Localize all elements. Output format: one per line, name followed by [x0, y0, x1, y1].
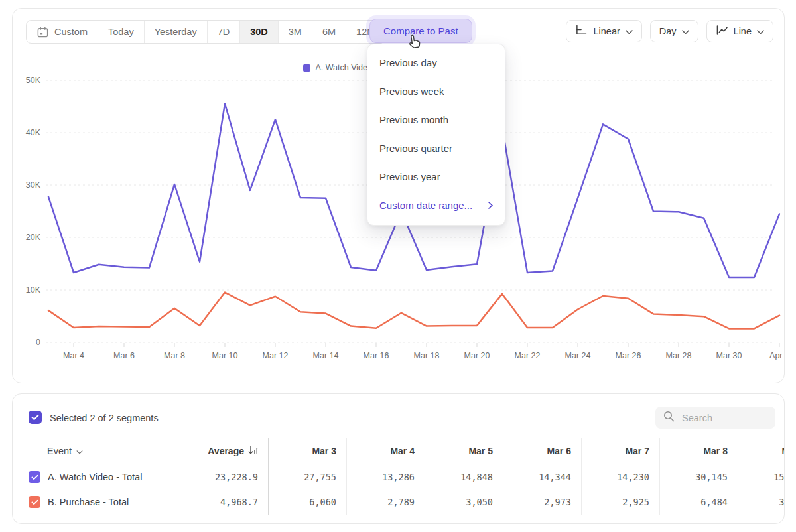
event-column-header[interactable]: Event: [13, 438, 192, 464]
select-all-segments-checkbox[interactable]: [29, 411, 42, 424]
line-chart-icon: [716, 25, 728, 38]
svg-text:Apr 1: Apr 1: [769, 351, 785, 360]
chart-type-label: Line: [734, 26, 752, 36]
date-preset-yesterday[interactable]: Yesterday: [144, 21, 207, 43]
svg-text:Mar 28: Mar 28: [666, 351, 692, 360]
day-value: 3,162: [779, 497, 785, 507]
day-value: 6,484: [700, 497, 728, 507]
svg-text:Mar 30: Mar 30: [716, 351, 742, 360]
segment-checkbox[interactable]: [29, 471, 40, 483]
table-row[interactable]: A. Watch Video - Total23,228.927,75513,2…: [13, 464, 785, 490]
compare-to-past-menu: Previous dayPrevious weekPrevious monthP…: [367, 44, 505, 226]
day-value: 15,359: [773, 472, 785, 482]
day-value: 2,973: [544, 497, 571, 507]
segment-label: A. Watch Video - Total: [48, 472, 142, 482]
segment-checkbox[interactable]: [29, 496, 40, 508]
day-column-header[interactable]: Mar 8: [659, 438, 738, 464]
day-value: 14,344: [539, 472, 571, 482]
scale-select-button[interactable]: Linear: [566, 20, 641, 42]
menu-item-previous-month[interactable]: Previous month: [367, 105, 505, 134]
search-icon: [663, 411, 675, 425]
table-header-row: Event Average Mar 3Mar 4Mar 5Mar 6Mar 7M…: [13, 438, 785, 464]
day-value: 3,050: [466, 497, 493, 507]
day-value: 14,230: [617, 472, 649, 482]
menu-item-previous-year[interactable]: Previous year: [367, 163, 505, 191]
table-row[interactable]: B. Purchase - Total4,968.76,0602,7893,05…: [13, 490, 785, 515]
average-value: 4,968.7: [220, 497, 258, 507]
menu-item-previous-week[interactable]: Previous week: [367, 77, 505, 105]
chart-display-controls: Linear Day Line: [566, 20, 773, 42]
calendar-icon: [36, 26, 49, 38]
svg-text:Mar 6: Mar 6: [113, 351, 135, 360]
date-preset-label: 6M: [322, 27, 336, 37]
date-preset-label: 3M: [289, 27, 302, 37]
date-preset-label: Today: [108, 27, 134, 37]
date-preset-label: Custom: [54, 27, 88, 37]
svg-text:50K: 50K: [26, 76, 41, 85]
date-preset-label: 7D: [218, 27, 230, 37]
menu-item-custom-date-range[interactable]: Custom date range...: [367, 191, 505, 220]
svg-text:Mar 12: Mar 12: [263, 351, 289, 360]
svg-text:Mar 24: Mar 24: [565, 351, 591, 360]
day-value: 2,925: [622, 497, 649, 507]
day-value: 2,789: [387, 497, 415, 507]
average-header-label: Average: [208, 446, 244, 456]
svg-text:Mar 4: Mar 4: [63, 351, 84, 360]
average-value: 23,228.9: [215, 472, 258, 482]
svg-text:Mar 8: Mar 8: [164, 351, 185, 360]
svg-text:Mar 22: Mar 22: [515, 351, 541, 360]
svg-text:Mar 10: Mar 10: [212, 351, 238, 360]
chart-type-select-button[interactable]: Line: [706, 20, 773, 42]
mouse-pointer-cursor: [405, 32, 425, 54]
day-column-header[interactable]: Mar 3: [268, 438, 346, 464]
svg-text:0: 0: [36, 338, 40, 347]
day-value: 30,145: [695, 472, 728, 482]
segment-label: B. Purchase - Total: [48, 497, 129, 507]
menu-item-previous-quarter[interactable]: Previous quarter: [367, 134, 505, 163]
segments-table: Event Average Mar 3Mar 4Mar 5Mar 6Mar 7M…: [13, 438, 785, 515]
sort-descending-icon: [248, 446, 258, 457]
date-preset-30d[interactable]: 30D: [239, 21, 278, 43]
date-range-presets: CustomTodayYesterday7D30D3M6M12M: [26, 20, 385, 44]
date-preset-label: 30D: [250, 27, 268, 37]
svg-text:10K: 10K: [26, 285, 41, 295]
day-column-header[interactable]: Mar 5: [425, 438, 503, 464]
chevron-right-icon: [488, 202, 493, 209]
svg-text:Mar 14: Mar 14: [313, 351, 339, 360]
day-column-header[interactable]: Mar 4: [346, 438, 425, 464]
granularity-select-button[interactable]: Day: [650, 20, 698, 42]
day-column-header[interactable]: Mar 7: [581, 438, 659, 464]
date-preset-today[interactable]: Today: [98, 21, 144, 43]
search-box[interactable]: [655, 407, 775, 429]
date-preset-custom[interactable]: Custom: [27, 21, 98, 43]
search-input[interactable]: [681, 412, 769, 424]
date-preset-7d[interactable]: 7D: [207, 21, 240, 43]
svg-text:Mar 16: Mar 16: [364, 351, 389, 360]
analytics-dashboard: CustomTodayYesterday7D30D3M6M12M Compare…: [0, 0, 796, 532]
svg-text:40K: 40K: [26, 128, 41, 137]
day-column-header[interactable]: Mar 6: [503, 438, 581, 464]
day-value: 27,755: [304, 472, 336, 482]
chevron-down-icon: [76, 446, 83, 456]
date-preset-label: Yesterday: [155, 27, 197, 37]
legend-swatch: [303, 64, 310, 72]
date-preset-3m[interactable]: 3M: [278, 21, 312, 43]
svg-text:30K: 30K: [26, 180, 41, 190]
day-value: 14,848: [460, 472, 493, 482]
chevron-down-icon: [626, 26, 633, 36]
svg-text:Mar 20: Mar 20: [464, 351, 490, 360]
day-value: 6,060: [309, 497, 336, 507]
selected-segments-label: Selected 2 of 2 segments: [50, 413, 159, 423]
chevron-down-icon: [682, 26, 689, 36]
chevron-down-icon: [757, 26, 764, 36]
average-column-header[interactable]: Average: [192, 438, 268, 464]
day-column-header[interactable]: Mar 9: [738, 438, 785, 464]
day-value: 13,286: [382, 472, 415, 482]
svg-text:Mar 26: Mar 26: [616, 351, 641, 360]
axes-icon: [575, 25, 588, 38]
segments-table-card: Selected 2 of 2 segments Event Average M…: [12, 393, 785, 524]
event-header-label: Event: [47, 446, 72, 456]
date-preset-6m[interactable]: 6M: [312, 21, 346, 43]
granularity-label: Day: [659, 26, 677, 36]
menu-item-previous-day[interactable]: Previous day: [367, 48, 505, 77]
